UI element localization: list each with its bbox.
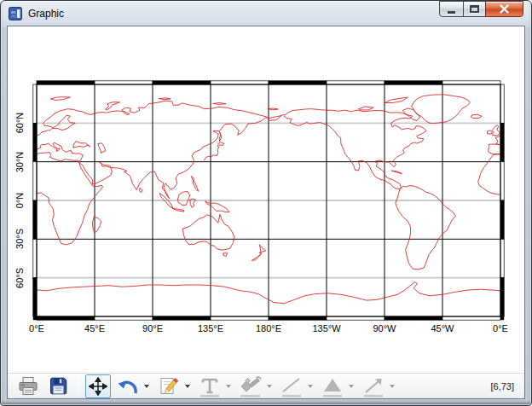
pencil-icon [159,376,179,397]
chevron-down-icon [308,385,313,388]
print-button[interactable] [15,374,41,398]
save-icon [49,376,68,396]
brush-icon [238,375,263,397]
client-area: 0°E45°E90°E135°E180°E135°W90°W45°W0°E60°… [7,26,525,399]
arrow-button[interactable] [361,374,386,398]
cursor-coords: [6,73] [490,381,514,392]
close-icon [499,4,510,14]
brush-dropdown[interactable] [263,374,275,398]
polygon-icon [321,375,344,397]
caption-buttons [440,1,523,17]
line-button[interactable] [279,374,304,398]
line-dropdown[interactable] [304,374,315,398]
toolbar-tools [11,374,397,398]
polygon-dropdown[interactable] [345,374,356,398]
toolbar: [6,73] [8,373,524,398]
toolbar-separator [78,376,78,396]
text-button[interactable] [197,374,223,398]
minimize-button[interactable] [439,1,464,17]
x-tick-label: 90°W [373,323,396,334]
undo-icon [117,377,140,395]
window-title: Graphic [28,8,64,20]
chevron-down-icon [349,385,354,388]
chevron-down-icon [144,385,149,388]
pan-tool-group [85,374,111,398]
pan-button[interactable] [85,374,111,398]
text-tool-group [197,374,234,398]
x-tick-label: 45°W [431,323,454,334]
arrow-icon [362,375,385,397]
brush-button[interactable] [238,374,263,398]
annotate-tool-group [156,374,193,398]
y-tick-label: 60°S [14,268,25,288]
x-tick-label: 180°E [256,323,281,334]
maximize-icon [470,5,479,13]
save-tool-group [45,374,71,398]
polygon-tool-group [320,374,356,398]
minimize-icon [448,11,455,14]
text-dropdown[interactable] [223,374,234,398]
close-button[interactable] [485,1,523,17]
pan-icon [89,377,107,396]
graphic-window: Graphic 0°E45°E90°E135°E180°E135°W90°W45… [0,0,532,406]
graphic-app-icon [9,7,22,20]
annotate-dropdown[interactable] [182,374,193,398]
chevron-down-icon [267,385,272,388]
text-icon [199,375,221,397]
map-area[interactable]: 0°E45°E90°E135°E180°E135°W90°W45°W0°E60°… [8,26,524,373]
x-tick-label: 45°E [84,323,105,334]
x-tick-label: 0°E [493,323,508,334]
save-button[interactable] [45,374,71,398]
chevron-down-icon [226,385,231,388]
map-svg [32,80,505,321]
line-tool-group [279,374,315,398]
brush-tool-group [238,374,275,398]
arrow-dropdown[interactable] [386,374,397,398]
arrow-tool-group [361,374,397,398]
y-tick-label: 30°S [14,229,25,249]
x-tick-label: 135°W [312,323,340,334]
undo-dropdown[interactable] [141,374,152,398]
x-tick-label: 90°E [142,323,163,334]
printer-icon [17,376,39,396]
y-tick-label: 0°N [14,193,25,208]
x-tick-label: 135°E [198,323,223,334]
annotate-button[interactable] [156,374,182,398]
undo-tool-group [115,374,152,398]
undo-button[interactable] [115,374,141,398]
print-tool-group [15,374,41,398]
line-icon [280,375,303,397]
polygon-button[interactable] [320,374,345,398]
y-tick-label: 30°N [14,151,25,172]
chevron-down-icon [390,385,395,388]
maximize-button[interactable] [463,1,486,17]
y-tick-label: 60°N [14,113,25,134]
x-tick-label: 0°E [29,323,44,334]
chevron-down-icon [185,385,190,388]
